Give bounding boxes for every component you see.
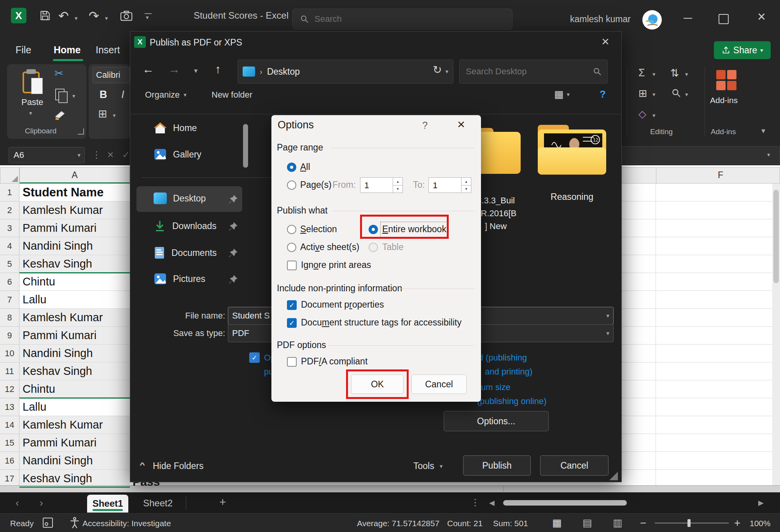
cell-column-a[interactable]: Nandini Singh [19,452,130,470]
new-folder-button[interactable]: New folder [212,90,252,100]
pin-icon[interactable] [228,274,238,284]
row-header[interactable]: 14 [0,416,19,434]
clear-dropdown-icon[interactable]: ▾ [652,112,656,119]
cell-column-a[interactable]: Pammi Kumari [19,219,130,237]
pin-icon[interactable] [228,248,238,258]
folder-item-2[interactable]: 12 [538,125,606,175]
hscroll-left-icon[interactable]: ◀ [489,499,495,507]
checkbox-pdfa-compliant-label[interactable]: PDF/A compliant [301,356,367,367]
breadcrumb-location[interactable]: Desktop [267,66,300,77]
redo-dropdown-icon[interactable]: ▾ [105,15,108,22]
row-header[interactable]: 6 [0,273,19,291]
close-button[interactable]: × [757,9,766,25]
cell-column-a[interactable]: Kamlesh Kumar [19,201,130,219]
radio-selection[interactable] [287,225,296,234]
cell-column-a[interactable]: Kamlesh Kumar [19,416,130,434]
tab-insert[interactable]: Insert [96,44,120,56]
checkbox-document-properties[interactable]: ✓ [287,300,297,310]
nav-forward-icon[interactable]: → [168,63,180,76]
row-header[interactable]: 2 [0,201,19,219]
radio-selection-label[interactable]: Selection [300,224,337,234]
paste-icon[interactable] [23,69,44,95]
view-options-button[interactable]: ▦ ▾ [554,88,570,100]
empty-grid[interactable] [621,184,780,492]
name-box-dropdown-icon[interactable]: ▾ [77,152,80,159]
cell-column-a[interactable]: Chintu [19,380,130,398]
undo-dropdown-icon[interactable]: ▾ [75,15,78,22]
formula-bar-expand-icon[interactable]: ▾ [767,151,770,158]
sheet-next-icon[interactable]: › [40,497,43,509]
format-painter-icon[interactable] [54,109,67,122]
addins-label[interactable]: Add-ins [710,96,738,105]
borders-dropdown-icon[interactable]: ▾ [113,112,116,119]
row-header[interactable]: 8 [0,309,19,327]
vertical-scrollbar-thumb[interactable] [773,190,779,283]
nav-back-icon[interactable]: ← [142,63,154,76]
fill-icon[interactable]: ⊞ [638,87,647,100]
publish-dialog-close-icon[interactable]: × [602,34,609,49]
sidebar-item-desktop[interactable]: Desktop [154,192,206,204]
file-name-dropdown-icon[interactable]: ▾ [606,312,609,319]
options-help-icon[interactable]: ? [422,120,428,131]
find-select-icon[interactable] [671,88,681,100]
cell-column-a[interactable]: Nandini Singh [19,345,130,362]
zoom-in-icon[interactable]: + [734,517,740,529]
radio-all[interactable] [287,163,296,172]
row-header[interactable]: 4 [0,237,19,255]
app-search-input[interactable] [314,14,485,24]
cell-column-a[interactable]: Lallu [19,398,130,416]
cell-column-a[interactable]: Lallu [19,291,130,309]
paste-label[interactable]: Paste [21,97,43,107]
row-header[interactable]: 10 [0,345,19,362]
row-header[interactable]: 9 [0,327,19,345]
open-file-checkbox[interactable]: ✓ [249,352,260,363]
ribbon-collapse-icon[interactable]: ▾ [761,126,765,135]
nav-recent-icon[interactable]: ▾ [194,66,198,75]
folder-item-2-caption[interactable]: Reasoning [538,192,606,202]
status-count[interactable]: Count: 21 [447,519,483,528]
sort-filter-icon[interactable]: ⇅ [670,67,679,79]
row-header[interactable]: 3 [0,219,19,237]
cell-column-a[interactable]: Nandini Singh [19,237,130,255]
organize-menu[interactable]: Organize ▾ [145,90,187,100]
dialog-search-input[interactable] [465,66,583,77]
breadcrumb-bar[interactable]: › Desktop ▾ [238,60,453,84]
camera-icon[interactable] [120,10,133,23]
hscroll-right-icon[interactable]: ▶ [758,499,764,507]
column-header-f[interactable]: F [718,170,723,180]
hscroll-thumb[interactable] [503,500,627,506]
tab-home[interactable]: Home [54,44,80,56]
clear-icon[interactable]: ◇ [638,108,646,120]
sidebar-item-downloads[interactable]: Downloads [154,220,217,232]
radio-pages[interactable] [287,180,296,190]
new-sheet-button[interactable]: + [219,495,226,509]
paste-dropdown-icon[interactable]: ▾ [29,110,32,117]
tab-file[interactable]: File [16,44,31,56]
row-header[interactable]: 15 [0,434,19,452]
cell-column-a[interactable]: Keshav Singh [19,255,130,273]
find-dropdown-icon[interactable]: ▾ [685,91,688,98]
bold-button[interactable]: B [100,89,107,101]
clipboard-dialog-launcher-icon[interactable] [78,128,84,135]
app-search-box[interactable] [292,9,512,30]
sidebar-item-home[interactable]: Home [154,122,197,134]
redo-icon[interactable]: ↷ [89,9,99,23]
italic-button[interactable]: I [121,89,124,101]
dialog-search-box[interactable] [459,60,608,84]
status-sum[interactable]: Sum: 501 [493,519,528,528]
sort-filter-dropdown-icon[interactable]: ▾ [685,71,688,78]
fill-dropdown-icon[interactable]: ▾ [652,91,656,98]
row-header[interactable]: 7 [0,291,19,309]
maximize-button[interactable] [719,14,729,24]
cell-column-a[interactable]: Chintu [19,273,130,291]
name-box[interactable]: A6 ▾ [9,147,85,163]
save-type-dropdown-icon[interactable]: ▾ [606,330,609,337]
user-name[interactable]: kamlesh kumar [570,14,631,24]
cell-column-a[interactable]: Pammi Kumari [19,327,130,345]
pin-icon[interactable] [228,194,238,204]
hide-folders-button[interactable]: Hide Folders [153,461,203,471]
row-header[interactable]: 16 [0,452,19,470]
radio-active-sheets[interactable] [287,243,296,252]
autosum-dropdown-icon[interactable]: ▾ [652,71,656,78]
sidebar-scrollbar-thumb[interactable] [243,124,248,168]
